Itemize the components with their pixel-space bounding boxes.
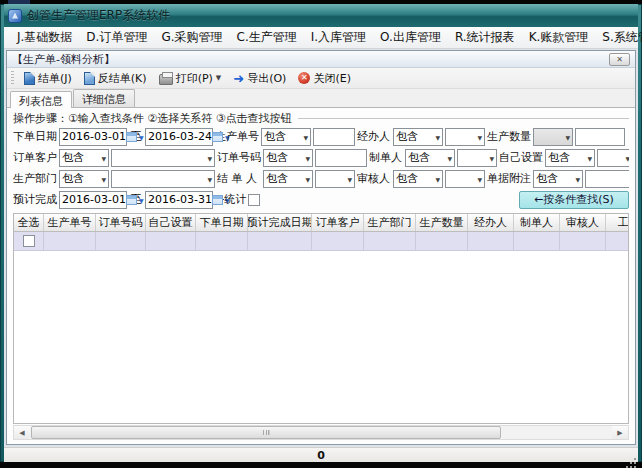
- header-order-date[interactable]: 下单日期: [196, 214, 248, 231]
- row-cell: [312, 232, 364, 250]
- title-bar[interactable]: 创管生产管理ERP系统软件: [4, 4, 638, 27]
- prod-qty-input[interactable]: [575, 128, 625, 146]
- export-button[interactable]: ➜ 导出(O): [229, 70, 290, 87]
- calendar-icon: [212, 132, 223, 142]
- calendar-icon: [126, 132, 137, 142]
- closer-value-select[interactable]: [315, 170, 355, 188]
- maker-value-select[interactable]: [457, 149, 497, 167]
- row-cell: [44, 232, 96, 250]
- order-no-input[interactable]: [315, 149, 367, 167]
- order-customer-operator-select[interactable]: 包含: [59, 149, 109, 167]
- header-prod-no[interactable]: 生产单号: [44, 214, 96, 231]
- resize-grip[interactable]: [634, 458, 636, 460]
- row-cell: [514, 232, 560, 250]
- order-date-until-picker[interactable]: 2016-03-24: [145, 128, 213, 146]
- header-maker[interactable]: 制单人: [514, 214, 560, 231]
- child-window: 【生产单-领料分析】 结单(J) 反结单(K) 打印(P): [6, 50, 636, 445]
- steps-label: 操作步骤：: [13, 111, 68, 126]
- scroll-thumb[interactable]: [31, 426, 501, 439]
- select-checkbox[interactable]: [23, 235, 35, 247]
- close-circle-icon: [298, 72, 310, 84]
- header-order-no[interactable]: 订单号码: [96, 214, 146, 231]
- closer-label: 结 单 人: [217, 171, 261, 186]
- auditor-value-select[interactable]: [445, 170, 485, 188]
- scroll-right-icon[interactable]: ▶: [612, 426, 628, 439]
- header-expect-date[interactable]: 预计完成日期: [248, 214, 312, 231]
- expect-from-picker[interactable]: 2016-03-01: [59, 191, 127, 209]
- header-select-all[interactable]: 全选: [14, 214, 44, 231]
- header-auditor[interactable]: 审核人: [560, 214, 606, 231]
- dropdown-arrow-icon: [575, 172, 580, 185]
- row-cell: [146, 232, 196, 250]
- dropdown-arrow-icon: [489, 151, 494, 164]
- close-icon[interactable]: [609, 53, 630, 66]
- header-order-customer[interactable]: 订单客户: [312, 214, 364, 231]
- result-grid: 全选 生产单号 订单号码 自己设置 下单日期 预计完成日期 订单客户 生产部门 …: [13, 213, 629, 424]
- menu-inbound-mgmt[interactable]: I.入库管理: [304, 27, 373, 48]
- toolbar-grip[interactable]: [11, 71, 14, 85]
- agent-operator-select[interactable]: 包含: [393, 128, 443, 146]
- table-row[interactable]: [14, 232, 628, 251]
- closer-operator-select[interactable]: 包含: [263, 170, 313, 188]
- custom-value-select[interactable]: [597, 149, 629, 167]
- menu-outbound-mgmt[interactable]: O.出库管理: [373, 27, 448, 48]
- prod-qty-operator-select[interactable]: [533, 128, 573, 146]
- print-button[interactable]: 打印(P) ▼: [155, 70, 226, 87]
- order-no-operator-select[interactable]: 包含: [263, 149, 313, 167]
- horizontal-scrollbar[interactable]: ◀ ▶: [13, 425, 629, 440]
- row-cell: [468, 232, 514, 250]
- status-bar: 0: [4, 447, 638, 462]
- order-customer-value-select[interactable]: [111, 149, 215, 167]
- order-customer-label: 订单客户: [13, 150, 57, 165]
- menu-production-mgmt[interactable]: C.生产管理: [230, 27, 304, 48]
- prod-no-input[interactable]: [313, 128, 355, 146]
- prod-dept-label: 生产部门: [13, 171, 57, 186]
- note-operator-select[interactable]: 包含: [533, 170, 583, 188]
- expect-until-picker[interactable]: 2016-03-31: [145, 191, 213, 209]
- print-dropdown-icon[interactable]: ▼: [216, 74, 221, 82]
- prod-no-operator-select[interactable]: 包含: [261, 128, 311, 146]
- stat-checkbox[interactable]: [248, 194, 260, 206]
- header-agent[interactable]: 经办人: [468, 214, 514, 231]
- note-input[interactable]: [585, 170, 629, 188]
- unfinish-button[interactable]: 反结单(K): [80, 70, 151, 87]
- header-custom[interactable]: 自己设置: [146, 214, 196, 231]
- header-prod-qty[interactable]: 生产数量: [416, 214, 468, 231]
- dropdown-arrow-icon: [447, 151, 452, 164]
- header-prod-dept[interactable]: 生产部门: [364, 214, 416, 231]
- row-cell: [14, 232, 44, 250]
- menu-account-mgmt[interactable]: K.账款管理: [522, 27, 596, 48]
- order-date-from-picker[interactable]: 2016-03-01: [59, 128, 127, 146]
- prod-dept-value-select[interactable]: [111, 170, 215, 188]
- menu-basic-data[interactable]: J.基础数据: [10, 27, 79, 48]
- dropdown-arrow-icon: [347, 172, 352, 185]
- tab-list-info[interactable]: 列表信息: [10, 91, 72, 108]
- dropdown-arrow-icon: [477, 172, 482, 185]
- main-window: 创管生产管理ERP系统软件 J.基础数据 D.订单管理 G.采购管理 C.生产管…: [0, 4, 642, 462]
- auditor-operator-select[interactable]: 包含: [393, 170, 443, 188]
- header-process[interactable]: 工序: [606, 214, 629, 231]
- groupbox-line: [298, 118, 629, 119]
- custom-operator-select[interactable]: 包含: [545, 149, 595, 167]
- maker-operator-select[interactable]: 包含: [405, 149, 455, 167]
- menu-purchase-mgmt[interactable]: G.采购管理: [154, 27, 229, 48]
- order-date-label: 下单日期: [13, 129, 57, 144]
- agent-value-select[interactable]: [445, 128, 485, 146]
- unfinish-doc-icon: [84, 72, 95, 85]
- finish-button[interactable]: 结单(J): [20, 70, 76, 87]
- row-cell: [416, 232, 468, 250]
- menu-system-mgmt[interactable]: S.系统管理: [595, 27, 642, 48]
- filter-row-3: 生产部门 包含 结 单 人 包含 审核人 包含 单据附注 包含: [13, 168, 629, 189]
- tab-detail-info[interactable]: 详细信息: [73, 89, 135, 108]
- dropdown-arrow-icon: [101, 172, 106, 185]
- printer-icon: [159, 74, 173, 85]
- dropdown-arrow-icon: [435, 172, 440, 185]
- close-button[interactable]: 关闭(E): [294, 70, 355, 87]
- menu-report[interactable]: R.统计报表: [448, 27, 522, 48]
- note-label: 单据附注: [487, 171, 531, 186]
- search-button[interactable]: ←按条件查找(S): [519, 191, 629, 209]
- scroll-left-icon[interactable]: ◀: [14, 426, 30, 439]
- list-tab-page: 操作步骤： ①输入查找条件 ②选择关系符 ③点击查找按钮 下单日期 2016-0…: [7, 107, 635, 444]
- menu-order-mgmt[interactable]: D.订单管理: [79, 27, 154, 48]
- prod-dept-operator-select[interactable]: 包含: [59, 170, 109, 188]
